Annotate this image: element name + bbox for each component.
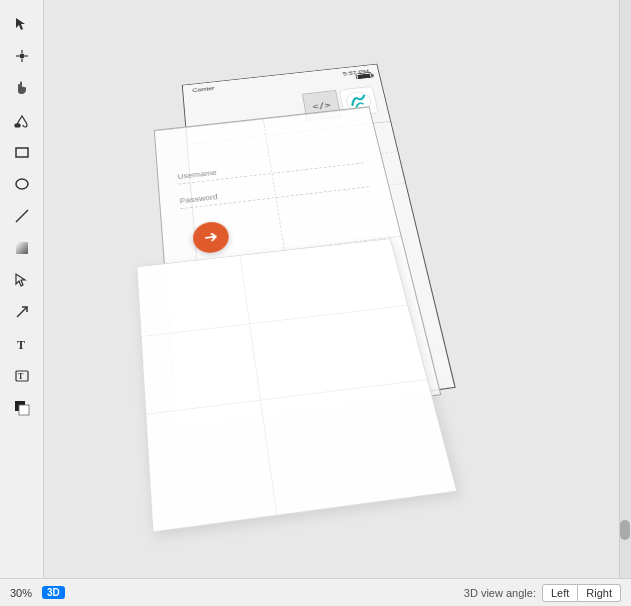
svg-text:T: T bbox=[17, 338, 25, 352]
text-box-tool[interactable]: T bbox=[8, 362, 36, 390]
canvas-area[interactable]: Carrier 5:57 PM </> bbox=[44, 0, 619, 578]
svg-rect-9 bbox=[16, 242, 28, 254]
svg-point-7 bbox=[16, 179, 28, 189]
left-view-button[interactable]: Left bbox=[542, 584, 578, 602]
color-tool[interactable] bbox=[8, 394, 36, 422]
svg-point-0 bbox=[20, 54, 24, 58]
right-scrollbar[interactable] bbox=[619, 0, 631, 578]
right-view-button[interactable]: Right bbox=[578, 584, 621, 602]
hand-tool[interactable] bbox=[8, 74, 36, 102]
left-toolbar: T T bbox=[0, 0, 44, 606]
select-tool[interactable] bbox=[8, 10, 36, 38]
scroll-thumb[interactable] bbox=[620, 520, 630, 540]
pen-tool[interactable] bbox=[8, 42, 36, 70]
arrow-tool[interactable] bbox=[8, 298, 36, 326]
3d-badge[interactable]: 3D bbox=[42, 586, 65, 599]
shadow-tool[interactable] bbox=[8, 234, 36, 262]
line-tool[interactable] bbox=[8, 202, 36, 230]
svg-rect-15 bbox=[19, 405, 29, 415]
svg-rect-5 bbox=[15, 124, 20, 127]
oval-tool[interactable] bbox=[8, 170, 36, 198]
submit-button[interactable] bbox=[192, 220, 231, 255]
fill-tool[interactable] bbox=[8, 106, 36, 134]
svg-line-10 bbox=[17, 307, 27, 317]
pointer-tool[interactable] bbox=[8, 266, 36, 294]
text-tool[interactable]: T bbox=[8, 330, 36, 358]
svg-text:T: T bbox=[18, 372, 24, 381]
svg-rect-6 bbox=[16, 148, 28, 157]
svg-line-8 bbox=[16, 210, 28, 222]
view-angle-label: 3D view angle: bbox=[464, 587, 536, 599]
bottom-bar: 30% 3D 3D view angle: Left Right bbox=[0, 578, 631, 606]
carrier-label: Carrier bbox=[192, 85, 215, 94]
zoom-level: 30% bbox=[10, 587, 32, 599]
rect-tool[interactable] bbox=[8, 138, 36, 166]
